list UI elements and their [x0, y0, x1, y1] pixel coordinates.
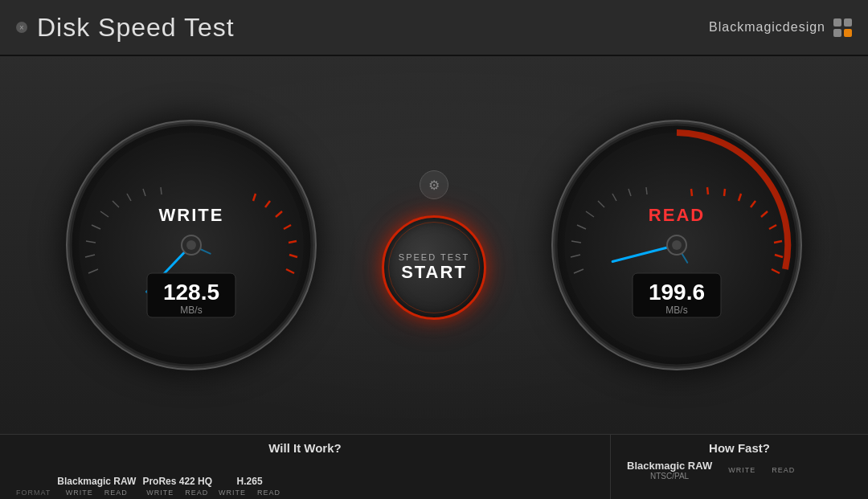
start-button-top-label: SPEED TEST	[399, 252, 469, 262]
brand-name: Blackmagicdesign	[709, 20, 825, 35]
svg-line-35	[707, 187, 708, 194]
how-fast-sub: NTSC/PAL	[627, 472, 712, 481]
prores-col: ProRes 422 HQ WRITE READ	[142, 476, 212, 497]
title-bar-left: × Disk Speed Test	[16, 13, 235, 43]
h265-col: H.265 WRITE READ	[219, 476, 280, 497]
info-area: Will It Work? FORMAT Blackmagic RAW WRIT…	[0, 434, 868, 499]
center-controls: ⚙ SPEED TEST START	[382, 170, 486, 320]
format-col: FORMAT	[16, 460, 51, 497]
h265-wr: WRITE READ	[219, 489, 280, 497]
prores-read: READ	[185, 489, 208, 497]
svg-point-49	[672, 240, 682, 250]
brand-dot-4	[844, 29, 852, 37]
read-gauge-svg: READ 199.6 MB/s	[548, 117, 805, 374]
how-fast-brand-col: Blackmagic RAW NTSC/PAL	[627, 460, 712, 481]
close-icon: ×	[19, 23, 24, 32]
settings-icon: ⚙	[428, 178, 440, 193]
h265-write: WRITE	[219, 489, 246, 497]
brand-logo: Blackmagicdesign	[709, 18, 852, 37]
how-fast-wr-labels: WRITE READ	[728, 466, 795, 474]
prores-write: WRITE	[146, 489, 174, 497]
how-fast-brand: Blackmagic RAW	[627, 460, 712, 472]
read-value: 199.6	[649, 280, 705, 305]
title-bar: × Disk Speed Test Blackmagicdesign	[0, 0, 868, 56]
start-button[interactable]: SPEED TEST START	[382, 215, 486, 320]
h265-read: READ	[257, 489, 280, 497]
write-gauge: WRITE 128.5 MB/s	[63, 117, 320, 374]
brand-dot-2	[844, 18, 852, 27]
will-it-work-title: Will It Work?	[16, 441, 594, 455]
read-gauge: READ 199.6 MB/s	[548, 117, 805, 374]
write-label: WRITE	[159, 205, 224, 225]
write-unit: MB/s	[181, 305, 203, 316]
gauge-area: WRITE 128.5 MB/s ⚙ SPEED TEST START	[0, 56, 868, 434]
write-value: 128.5	[163, 280, 219, 305]
blackmagic-raw-header: Blackmagic RAW	[57, 476, 136, 487]
how-fast-content: Blackmagic RAW NTSC/PAL WRITE READ	[627, 460, 852, 481]
svg-point-22	[186, 240, 196, 250]
brand-dot-1	[833, 18, 841, 27]
prores-header: ProRes 422 HQ	[142, 476, 212, 487]
svg-line-18	[161, 187, 162, 194]
read-unit: MB/s	[665, 305, 687, 316]
app-title: Disk Speed Test	[37, 13, 235, 43]
blackmagic-raw-write: WRITE	[66, 489, 93, 497]
write-gauge-svg: WRITE 128.5 MB/s	[63, 117, 320, 374]
how-fast-write-label: WRITE	[728, 466, 755, 474]
h265-header: H.265	[237, 476, 263, 487]
format-label: FORMAT	[16, 489, 51, 497]
how-fast-title: How Fast?	[627, 441, 852, 455]
brand-dot-3	[833, 29, 841, 37]
svg-line-34	[724, 189, 725, 196]
svg-line-36	[691, 189, 692, 196]
will-it-work-section: Will It Work? FORMAT Blackmagic RAW WRIT…	[0, 435, 611, 499]
prores-wr: WRITE READ	[146, 489, 208, 497]
how-fast-read-label: READ	[772, 466, 795, 474]
settings-button[interactable]: ⚙	[420, 170, 448, 199]
brand-dots	[833, 18, 852, 37]
start-button-main-label: START	[401, 262, 467, 283]
svg-line-45	[646, 187, 647, 194]
blackmagic-raw-read: READ	[104, 489, 128, 497]
blackmagic-raw-wr: WRITE READ	[66, 489, 128, 497]
blackmagic-raw-col: Blackmagic RAW WRITE READ	[57, 476, 136, 497]
read-label: READ	[648, 205, 704, 225]
close-button[interactable]: ×	[16, 22, 27, 33]
how-fast-section: How Fast? Blackmagic RAW NTSC/PAL WRITE …	[611, 435, 868, 499]
